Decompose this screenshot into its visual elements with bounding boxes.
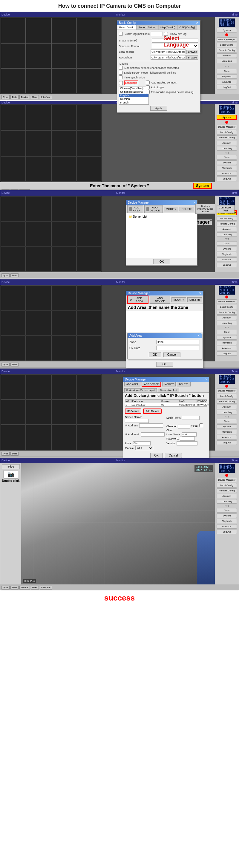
local-config-btn-4[interactable]: Local Config — [217, 305, 237, 309]
bc-tab-osd[interactable]: OSD(Config) — [178, 25, 197, 30]
time-sync-check[interactable] — [119, 75, 123, 79]
add-area-ok-btn[interactable]: OK — [156, 362, 173, 367]
logout-btn-5[interactable]: LogOut — [217, 440, 237, 445]
account-btn-1[interactable]: Account — [217, 53, 237, 58]
add-device-btn-5[interactable]: ADD DEVICE — [141, 382, 161, 387]
single-screen-check[interactable] — [119, 71, 123, 74]
playback-btn-2[interactable]: Playback — [217, 166, 237, 170]
ok-date-input[interactable] — [156, 346, 200, 350]
add-area-close-icon[interactable]: ✕ — [199, 291, 201, 295]
zone-input[interactable] — [156, 340, 200, 344]
record-db-browse-btn[interactable]: Browse — [186, 56, 198, 60]
system-highlight-label[interactable]: System — [193, 183, 212, 189]
remote-config-btn-6[interactable]: Remote Config — [217, 488, 237, 493]
zone-dialog-close[interactable]: ✕ — [197, 334, 200, 337]
connection-test-btn-3[interactable]: Connection Test — [217, 205, 235, 213]
footer-type-5[interactable]: Type — [1, 452, 9, 456]
device-name-input[interactable] — [125, 418, 149, 423]
delete-btn-4[interactable]: DELETE — [187, 297, 202, 302]
device-manager-btn-5[interactable]: Device Manager — [217, 389, 237, 393]
local-log-btn-1[interactable]: Local Log — [217, 59, 237, 63]
local-log-btn-4[interactable]: Local Log — [217, 321, 237, 325]
username-input[interactable] — [182, 432, 196, 437]
channel-input[interactable] — [178, 425, 190, 429]
server-list-item[interactable]: Server List — [127, 214, 196, 219]
auto-login-check[interactable] — [119, 81, 123, 85]
add-area-btn-4[interactable]: ⊕ ADD AREA — [127, 296, 149, 304]
logout-btn-4[interactable]: LogOut — [217, 351, 237, 356]
local-log-btn-3[interactable]: Local Log — [217, 232, 237, 237]
logout-btn-3[interactable]: LogOut — [217, 263, 237, 267]
login-from-input[interactable] — [182, 416, 200, 420]
add-dev-ok-btn[interactable]: OK — [150, 453, 162, 458]
device-manager-btn-4[interactable]: Device Manager — [217, 299, 237, 304]
module-select[interactable]: WEB — [135, 446, 153, 450]
bc-close-icon[interactable]: ✕ — [196, 21, 198, 25]
system-btn-2b[interactable]: System — [217, 160, 237, 165]
footer-interface-6[interactable]: Interface — [40, 586, 52, 589]
footer-type-6[interactable]: Type — [1, 586, 9, 589]
system-btn-4[interactable]: System — [217, 335, 237, 340]
local-log-btn-6[interactable]: Local Log — [217, 499, 237, 504]
delete-btn-3[interactable]: DELETE — [180, 207, 194, 211]
footer-interface-1[interactable]: Interface — [40, 95, 52, 99]
bc-tab-record[interactable]: Record Setting — [136, 25, 159, 30]
modify-btn-4[interactable]: MODIFY — [171, 297, 186, 302]
apply-btn[interactable]: Apply — [150, 106, 167, 111]
advance-btn-5[interactable]: Advance — [217, 435, 237, 439]
local-config-btn-5[interactable]: Local Config — [217, 394, 237, 398]
zone-cancel-btn[interactable]: Cancel — [163, 352, 181, 357]
lang-french[interactable]: French — [119, 101, 149, 104]
alarm-log-check[interactable] — [119, 32, 123, 36]
auto-login-check2[interactable] — [146, 85, 150, 89]
add-dev-close-icon[interactable]: ✕ — [205, 378, 207, 381]
add-device-btn-4[interactable]: ADD DEVICE — [150, 296, 170, 304]
account-btn-4[interactable]: Account — [217, 315, 237, 320]
bc-tab-basic[interactable]: Basic Config — [117, 25, 136, 30]
modify-btn-3[interactable]: MODIFY — [164, 207, 178, 211]
dm-close-icon[interactable]: ✕ — [193, 201, 195, 204]
advance-btn-2[interactable]: Advance — [217, 171, 237, 176]
footer-date-1[interactable]: Date — [10, 95, 19, 99]
account-btn-2[interactable]: Account — [217, 141, 237, 145]
local-log-btn-2[interactable]: Local Log — [217, 146, 237, 151]
remote-config-btn-2[interactable]: Remote Config — [217, 135, 237, 140]
color-btn-2[interactable]: Color — [217, 155, 237, 159]
lang-russian[interactable]: Russian — [119, 97, 149, 101]
local-log-btn-5[interactable]: Local Log — [217, 410, 237, 414]
advance-btn-3[interactable]: Advance — [217, 257, 237, 262]
device-manager-btn-6[interactable]: Device Manager — [217, 478, 237, 482]
bc-tab-map[interactable]: Map(Config) — [158, 25, 178, 30]
ip-address-input[interactable] — [139, 424, 163, 428]
delete-btn-5[interactable]: DELETE — [177, 382, 190, 386]
local-config-btn-3[interactable]: Local Config — [217, 216, 237, 221]
footer-user-6[interactable]: User — [31, 586, 39, 589]
footer-date-5[interactable]: Date — [10, 452, 19, 456]
footer-date-4[interactable]: Date — [10, 363, 19, 367]
password-req-check[interactable] — [146, 90, 150, 94]
add-device-btn-3[interactable]: ADD DEVICE — [144, 205, 163, 213]
footer-device-1[interactable]: Device — [20, 95, 30, 99]
playback-btn-1[interactable]: Playback — [217, 74, 237, 79]
add-dev-cancel-btn[interactable]: Cancel — [165, 453, 182, 458]
ip2-input[interactable] — [141, 432, 165, 437]
advance-btn-6[interactable]: Advance — [217, 524, 237, 529]
password-input[interactable] — [180, 437, 195, 441]
conn-test-btn-5[interactable]: Connection Test — [158, 388, 179, 393]
footer-user-1[interactable]: User — [31, 95, 39, 99]
ip-search-btn[interactable]: IP Search — [125, 408, 141, 414]
color-btn-3[interactable]: Color — [217, 241, 237, 246]
add-device-action-btn[interactable]: Add Device — [143, 408, 162, 414]
footer-type-1[interactable]: Type — [1, 95, 9, 99]
footer-type-3[interactable]: Type — [1, 273, 9, 277]
double-click-icon[interactable]: 📷 — [3, 470, 18, 478]
footer-type-4[interactable]: Type — [1, 363, 9, 367]
import-export-btn-5[interactable]: Devices import/Devices export — [124, 388, 157, 392]
local-config-btn-2[interactable]: Local Config — [217, 130, 237, 134]
modify-btn-5[interactable]: MODIFY — [162, 382, 176, 386]
advance-btn-4[interactable]: Advance — [217, 346, 237, 350]
logout-btn-6[interactable]: LogOut — [217, 530, 237, 534]
account-btn-6[interactable]: Account — [217, 494, 237, 498]
footer-date-6[interactable]: Date — [10, 586, 19, 589]
system-btn-1[interactable]: System — [217, 28, 237, 32]
